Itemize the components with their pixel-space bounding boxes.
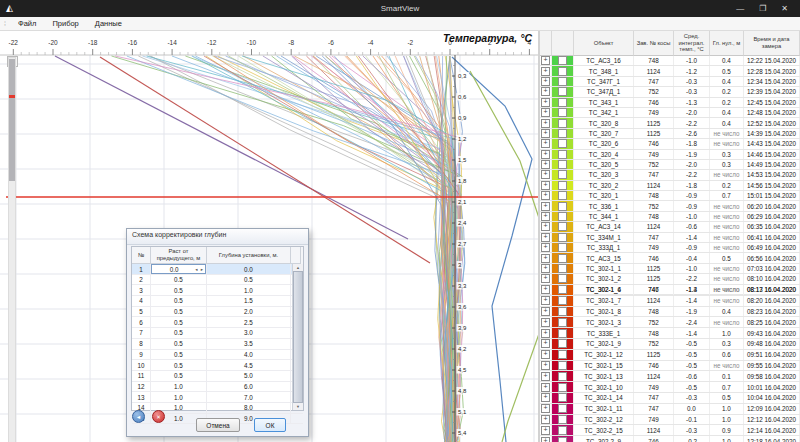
expand-plus-icon[interactable]: + bbox=[541, 212, 550, 221]
expand-plus-icon[interactable]: + bbox=[541, 437, 550, 442]
dialog-row[interactable]: 100.54.5 bbox=[132, 360, 303, 371]
table-row[interactable]: +TC_302-1_15746-0.5не число09:55 16.04.2… bbox=[540, 361, 800, 372]
expand-plus-icon[interactable]: + bbox=[541, 426, 550, 435]
row-checkbox[interactable] bbox=[558, 264, 567, 273]
dialog-cell-depth[interactable]: 5.0 bbox=[207, 371, 291, 381]
dialog-cell-step[interactable]: 0.5 bbox=[151, 371, 207, 381]
dialog-cell-step[interactable]: 0.0◂ ▸ bbox=[151, 264, 207, 274]
row-checkbox[interactable] bbox=[558, 98, 567, 107]
dialog-cell-step[interactable]: 0.5 bbox=[151, 317, 207, 327]
expand-plus-icon[interactable]: + bbox=[541, 318, 550, 327]
row-checkbox[interactable] bbox=[558, 202, 567, 211]
expand-plus-icon[interactable]: + bbox=[541, 274, 550, 283]
row-checkbox[interactable] bbox=[558, 150, 567, 159]
expand-plus-icon[interactable]: + bbox=[541, 67, 550, 76]
expand-plus-icon[interactable]: + bbox=[541, 119, 550, 128]
row-checkbox[interactable] bbox=[558, 129, 567, 138]
expand-plus-icon[interactable]: + bbox=[541, 181, 550, 190]
table-row[interactable]: +TC_334М_1747-1.4не число06:41 16.04.202… bbox=[540, 233, 800, 243]
ok-button[interactable]: ОК bbox=[254, 418, 286, 432]
dialog-cell-step[interactable]: 0.5 bbox=[151, 275, 207, 285]
dialog-cell-step[interactable]: 0.5 bbox=[151, 339, 207, 349]
menu-data[interactable]: Данные bbox=[87, 17, 130, 30]
table-row[interactable]: +TC_347Г_1747-0.30.412:34 15.04.2020 bbox=[540, 77, 800, 87]
dialog-cell-step[interactable]: 1.0 bbox=[151, 392, 207, 402]
dialog-row[interactable]: 131.07.0 bbox=[132, 392, 303, 403]
dialog-row[interactable]: 70.53.0 bbox=[132, 328, 303, 339]
chart-vertical-scrollbar[interactable] bbox=[8, 57, 16, 442]
table-row[interactable]: +TC_333Е_1748-1.41.009:43 16.04.2020 bbox=[540, 328, 800, 339]
row-checkbox[interactable] bbox=[558, 415, 567, 424]
dialog-cell-depth[interactable]: 1.5 bbox=[207, 296, 291, 306]
dialog-cell-step[interactable]: 0.5 bbox=[151, 285, 207, 295]
row-checkbox[interactable] bbox=[558, 372, 567, 381]
row-checkbox[interactable] bbox=[558, 139, 567, 148]
row-checkbox[interactable] bbox=[558, 318, 567, 327]
table-row[interactable]: +TC_302-1_6747-1.4не число08:17 16.04.20… bbox=[540, 285, 800, 296]
row-checkbox[interactable] bbox=[558, 426, 567, 435]
row-checkbox[interactable] bbox=[558, 383, 567, 392]
expand-plus-icon[interactable]: + bbox=[541, 139, 550, 148]
row-checkbox[interactable] bbox=[558, 87, 567, 96]
menu-device[interactable]: Прибор bbox=[44, 17, 86, 30]
row-checkbox[interactable] bbox=[558, 170, 567, 179]
expand-plus-icon[interactable]: + bbox=[541, 285, 550, 294]
row-checkbox[interactable] bbox=[558, 67, 567, 76]
table-row[interactable]: +TC_302-2_9746-0.21.012:18 16.04.2020 bbox=[540, 436, 800, 442]
dialog-cell-depth[interactable]: 4.0 bbox=[207, 350, 291, 360]
spinner-arrows-icon[interactable]: ◂ ▸ bbox=[195, 267, 204, 272]
dialog-cell-depth[interactable]: 4.5 bbox=[207, 360, 291, 370]
expand-plus-icon[interactable]: + bbox=[541, 129, 550, 138]
step-value-input[interactable]: 0.0◂ ▸ bbox=[151, 264, 206, 274]
row-checkbox[interactable] bbox=[558, 160, 567, 169]
table-row[interactable]: +TC_320_21124-1.80.214:56 15.04.2020 bbox=[540, 181, 800, 191]
row-checkbox[interactable] bbox=[558, 243, 567, 252]
dialog-cell-depth[interactable]: 6.0 bbox=[207, 382, 291, 392]
table-row[interactable]: +TC_320_81125-2.20.412:52 15.04.2020 bbox=[540, 118, 800, 128]
add-row-button[interactable]: ◄ bbox=[132, 410, 145, 423]
dialog-cell-depth[interactable]: 2.5 bbox=[207, 317, 291, 327]
dialog-cell-step[interactable]: 0.5 bbox=[151, 328, 207, 338]
row-checkbox[interactable] bbox=[558, 393, 567, 402]
row-checkbox[interactable] bbox=[558, 339, 567, 348]
row-checkbox[interactable] bbox=[558, 361, 567, 370]
minimize-button[interactable]: — bbox=[736, 4, 744, 13]
table-row[interactable]: +TC_302-1_11125-1.0не число07:03 16.04.2… bbox=[540, 264, 800, 274]
expand-plus-icon[interactable]: + bbox=[541, 170, 550, 179]
expand-plus-icon[interactable]: + bbox=[541, 202, 550, 211]
table-row[interactable]: +TC_302-1_71124-1.4не число08:20 16.04.2… bbox=[540, 296, 800, 307]
table-row[interactable]: +TC_320_6746-1.8не число14:43 15.04.2020 bbox=[540, 139, 800, 149]
expand-plus-icon[interactable]: + bbox=[541, 264, 550, 273]
row-checkbox[interactable] bbox=[558, 437, 567, 442]
table-row[interactable]: +TC_302-2_151124-0.30.912:14 16.04.2020 bbox=[540, 425, 800, 436]
expand-plus-icon[interactable]: + bbox=[541, 191, 550, 200]
dialog-cell-depth[interactable]: 3.5 bbox=[207, 339, 291, 349]
expand-plus-icon[interactable]: + bbox=[541, 160, 550, 169]
row-checkbox[interactable] bbox=[558, 77, 567, 86]
expand-plus-icon[interactable]: + bbox=[541, 339, 550, 348]
dialog-row[interactable]: 10.0◂ ▸0.0 bbox=[132, 264, 303, 275]
table-row[interactable]: +TC_320_4749-1.90.314:46 15.04.2020 bbox=[540, 150, 800, 160]
dialog-cell-step[interactable]: 0.5 bbox=[151, 296, 207, 306]
dialog-row[interactable]: 110.55.0 bbox=[132, 371, 303, 382]
dialog-scrollbar[interactable]: ▲ ▼ bbox=[292, 264, 303, 410]
table-row[interactable]: +TC_АС3_15746-0.40.506:56 16.04.2020 bbox=[540, 253, 800, 263]
expand-plus-icon[interactable]: + bbox=[541, 243, 550, 252]
row-checkbox[interactable] bbox=[558, 307, 567, 316]
row-checkbox[interactable] bbox=[558, 212, 567, 221]
expand-plus-icon[interactable]: + bbox=[541, 77, 550, 86]
table-row[interactable]: +TC_320_3747-2.2не число14:53 15.04.2020 bbox=[540, 170, 800, 180]
dialog-row[interactable]: 50.52.0 bbox=[132, 307, 303, 318]
dialog-row[interactable]: 20.50.5 bbox=[132, 275, 303, 286]
dialog-cell-step[interactable]: 0.5 bbox=[151, 307, 207, 317]
close-button[interactable]: ✕ bbox=[781, 4, 788, 13]
dialog-row[interactable]: 60.52.5 bbox=[132, 317, 303, 328]
table-row[interactable]: +TC_302-1_8748-1.90.408:23 16.04.2020 bbox=[540, 307, 800, 318]
row-checkbox[interactable] bbox=[558, 56, 567, 65]
table-row[interactable]: +TC_302-1_9752-0.50.309:48 16.04.2020 bbox=[540, 339, 800, 350]
expand-plus-icon[interactable]: + bbox=[541, 233, 550, 242]
expand-plus-icon[interactable]: + bbox=[541, 350, 550, 359]
maximize-button[interactable]: ❐ bbox=[759, 4, 766, 13]
row-checkbox[interactable] bbox=[558, 254, 567, 263]
dialog-scrollbar-thumb[interactable] bbox=[293, 271, 303, 403]
